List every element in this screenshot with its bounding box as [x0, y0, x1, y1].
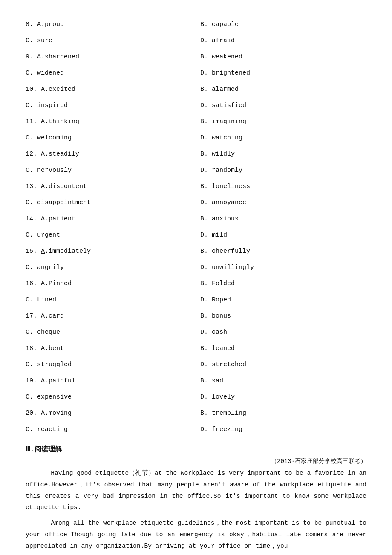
question-item-b: B. alarmed: [200, 82, 366, 97]
question-item-c: C. nervously: [26, 163, 192, 178]
question-row-ab: 19. A.painfulB. sad: [26, 373, 366, 389]
question-item-c: C. urgent: [26, 228, 192, 243]
question-item-c: C. struggled: [26, 357, 192, 373]
question-row-cd: C. widenedD. brightened: [26, 66, 366, 81]
question-row-cd: C. disappointmentD. annoyance: [26, 195, 366, 211]
source-line: （2013·石家庄部分学校高三联考）: [26, 457, 366, 465]
question-item-a: 19. A.painful: [26, 373, 192, 389]
question-item-c: C. Lined: [26, 292, 192, 308]
question-item-a: 9. A.sharpened: [26, 49, 192, 65]
question-item-a: 11. A.thinking: [26, 114, 192, 130]
question-row-ab: 15. A.immediatelyB. cheerfully: [26, 244, 366, 259]
question-item-a: 18. A.bent: [26, 341, 192, 356]
question-item-b: B. capable: [200, 17, 366, 32]
question-row-ab: 8. A.proudB. capable: [26, 17, 366, 32]
question-row-cd: C. sureD. afraid: [26, 33, 366, 49]
question-item-b: B. anxious: [200, 211, 366, 227]
question-row-cd: C. angrilyD. unwillingly: [26, 260, 366, 275]
questions-container: 8. A.proudB. capableC. sureD. afraid9. A…: [26, 17, 366, 437]
question-item-d: D. watching: [200, 130, 366, 146]
question-item-c: C. cheque: [26, 325, 192, 340]
question-item-a: 12. A.steadily: [26, 147, 192, 162]
question-row-ab: 10. A.excitedB. alarmed: [26, 82, 366, 97]
question-row-ab: 13. A.discontentB. loneliness: [26, 179, 366, 194]
question-row-cd: C. chequeD. cash: [26, 325, 366, 340]
question-row-cd: C. expensiveD. lovely: [26, 390, 366, 405]
question-row-ab: 20. A.movingB. trembling: [26, 406, 366, 421]
question-item-c: C. disappointment: [26, 195, 192, 211]
question-item-d: D. freezing: [200, 422, 366, 437]
question-item-c: C. sure: [26, 33, 192, 49]
question-item-c: C. widened: [26, 66, 192, 81]
question-item-d: D. lovely: [200, 390, 366, 405]
question-item-b: B. Folded: [200, 276, 366, 292]
question-item-a: 16. A.Pinned: [26, 276, 192, 292]
question-item-b: B. leaned: [200, 341, 366, 356]
question-row-cd: C. LinedD. Roped: [26, 292, 366, 308]
question-item-d: D. annoyance: [200, 195, 366, 211]
question-item-b: B. trembling: [200, 406, 366, 421]
question-row-ab: 11. A.thinkingB. imagining: [26, 114, 366, 130]
question-item-d: D. cash: [200, 325, 366, 340]
paragraph1: Having good etiquette（礼节）at the workplac…: [26, 468, 366, 513]
question-row-ab: 9. A.sharpenedB. weakened: [26, 49, 366, 65]
question-item-a: 13. A.discontent: [26, 179, 192, 194]
question-item-b: B. bonus: [200, 309, 366, 324]
question-item-d: D. afraid: [200, 33, 366, 49]
question-row-cd: C. nervouslyD. randomly: [26, 163, 366, 178]
question-item-a: 15. A.immediately: [26, 244, 192, 259]
question-row-cd: C. urgentD. mild: [26, 228, 366, 243]
question-item-b: B. wildly: [200, 147, 366, 162]
question-row-cd: C. welcomingD. watching: [26, 130, 366, 146]
question-item-a: 8. A.proud: [26, 17, 192, 32]
question-item-d: D. unwillingly: [200, 260, 366, 275]
question-item-b: B. loneliness: [200, 179, 366, 194]
question-item-d: D. randomly: [200, 163, 366, 178]
question-item-c: C. reacting: [26, 422, 192, 437]
question-row-cd: C. inspiredD. satisfied: [26, 98, 366, 113]
question-item-d: D. mild: [200, 228, 366, 243]
question-item-a: 10. A.excited: [26, 82, 192, 97]
question-item-a: 17. A.card: [26, 309, 192, 324]
question-item-a: 14. A.patient: [26, 211, 192, 227]
question-item-b: B. weakened: [200, 49, 366, 65]
question-row-cd: C. reactingD. freezing: [26, 422, 366, 437]
question-row-ab: 14. A.patientB. anxious: [26, 211, 366, 227]
question-row-ab: 16. A.PinnedB. Folded: [26, 276, 366, 292]
question-item-d: D. brightened: [200, 66, 366, 81]
paragraph2: Among all the workplace etiquette guidel…: [26, 517, 366, 552]
question-item-a: 20. A.moving: [26, 406, 192, 421]
question-item-c: C. welcoming: [26, 130, 192, 146]
question-item-c: C. expensive: [26, 390, 192, 405]
question-row-ab: 12. A.steadilyB. wildly: [26, 147, 366, 162]
question-item-d: D. satisfied: [200, 98, 366, 113]
question-item-d: D. Roped: [200, 292, 366, 308]
question-item-b: B. imagining: [200, 114, 366, 130]
question-item-c: C. angrily: [26, 260, 192, 275]
section-title: Ⅲ.阅读理解: [26, 445, 366, 454]
question-row-cd: C. struggledD. stretched: [26, 357, 366, 373]
question-item-d: D. stretched: [200, 357, 366, 373]
question-row-ab: 18. A.bentB. leaned: [26, 341, 366, 356]
question-item-b: B. sad: [200, 373, 366, 389]
question-item-b: B. cheerfully: [200, 244, 366, 259]
question-row-ab: 17. A.cardB. bonus: [26, 309, 366, 324]
question-item-c: C. inspired: [26, 98, 192, 113]
